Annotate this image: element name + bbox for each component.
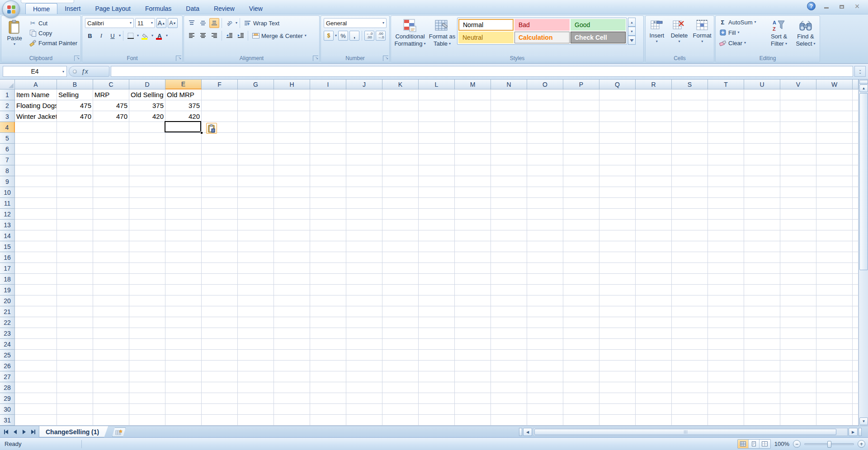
cell-K19[interactable] xyxy=(382,285,419,295)
cell-N22[interactable] xyxy=(491,317,527,328)
cell-D7[interactable] xyxy=(129,155,165,165)
decrease-decimal-button[interactable]: .00→.0 xyxy=(376,31,386,41)
cell-Q28[interactable] xyxy=(599,382,636,393)
cell-D6[interactable] xyxy=(129,144,165,155)
page-break-view-icon[interactable] xyxy=(760,440,770,448)
cell-U10[interactable] xyxy=(744,187,780,198)
cell-O20[interactable] xyxy=(527,295,563,306)
cell-B27[interactable] xyxy=(57,371,93,382)
cell-S5[interactable] xyxy=(672,133,708,144)
cell-Q16[interactable] xyxy=(599,252,636,263)
cell-P8[interactable] xyxy=(563,165,599,176)
cell-N11[interactable] xyxy=(491,198,527,209)
cell-H8[interactable] xyxy=(274,165,310,176)
cell-B15[interactable] xyxy=(57,241,93,252)
grow-font-button[interactable]: A▲ xyxy=(156,18,166,28)
merge-center-button[interactable]: Merge & Center ▾ xyxy=(250,31,308,40)
cell-S8[interactable] xyxy=(672,165,708,176)
cell-V2[interactable] xyxy=(780,100,816,111)
cell-O18[interactable] xyxy=(527,274,563,285)
cell-F30[interactable] xyxy=(202,404,238,415)
cell-partial[interactable] xyxy=(853,155,859,165)
percent-style-button[interactable]: % xyxy=(338,31,348,41)
cell-K12[interactable] xyxy=(382,209,419,220)
column-header-L[interactable]: L xyxy=(419,80,455,89)
cell-H13[interactable] xyxy=(274,220,310,230)
cell-U27[interactable] xyxy=(744,371,780,382)
cell-S23[interactable] xyxy=(672,328,708,339)
cell-O24[interactable] xyxy=(527,339,563,350)
cell-M25[interactable] xyxy=(455,350,491,361)
cell-O11[interactable] xyxy=(527,198,563,209)
cell-B6[interactable] xyxy=(57,144,93,155)
column-header-N[interactable]: N xyxy=(491,80,527,89)
fill-color-button[interactable] xyxy=(140,31,150,41)
cell-partial[interactable] xyxy=(853,176,859,187)
cell-P1[interactable] xyxy=(563,89,599,100)
cell-N28[interactable] xyxy=(491,382,527,393)
cell-D23[interactable] xyxy=(129,328,165,339)
cell-R31[interactable] xyxy=(636,415,672,426)
cell-C7[interactable] xyxy=(93,155,129,165)
cell-H20[interactable] xyxy=(274,295,310,306)
cell-U16[interactable] xyxy=(744,252,780,263)
clear-button[interactable]: Clear ▾ xyxy=(717,38,758,47)
cell-O29[interactable] xyxy=(527,393,563,404)
cell-H5[interactable] xyxy=(274,133,310,144)
cell-N5[interactable] xyxy=(491,133,527,144)
cell-W9[interactable] xyxy=(816,176,853,187)
cell-B1[interactable]: Selling xyxy=(57,89,93,100)
cell-R28[interactable] xyxy=(636,382,672,393)
cell-V29[interactable] xyxy=(780,393,816,404)
bottom-align-button[interactable] xyxy=(209,18,219,28)
cell-Q2[interactable] xyxy=(599,100,636,111)
cell-F13[interactable] xyxy=(202,220,238,230)
zoom-out-icon[interactable]: − xyxy=(793,440,801,448)
cell-K3[interactable] xyxy=(382,111,419,122)
cell-K7[interactable] xyxy=(382,155,419,165)
cell-I17[interactable] xyxy=(310,263,346,274)
cell-D5[interactable] xyxy=(129,133,165,144)
cell-I12[interactable] xyxy=(310,209,346,220)
cell-T14[interactable] xyxy=(708,230,744,241)
cell-G21[interactable] xyxy=(238,306,274,317)
cell-S6[interactable] xyxy=(672,144,708,155)
column-header-D[interactable]: D xyxy=(129,80,165,89)
cell-A19[interactable] xyxy=(15,285,57,295)
increase-indent-button[interactable] xyxy=(236,31,245,41)
cell-U29[interactable] xyxy=(744,393,780,404)
cell-B17[interactable] xyxy=(57,263,93,274)
cell-N26[interactable] xyxy=(491,361,527,371)
cell-partial[interactable] xyxy=(853,393,859,404)
cell-N31[interactable] xyxy=(491,415,527,426)
clear-dropdown-icon[interactable]: ▾ xyxy=(744,41,746,45)
cell-Q14[interactable] xyxy=(599,230,636,241)
row-header-3[interactable]: 3 xyxy=(0,111,15,122)
cell-S9[interactable] xyxy=(672,176,708,187)
cell-K5[interactable] xyxy=(382,133,419,144)
cell-L21[interactable] xyxy=(419,306,455,317)
cell-partial[interactable] xyxy=(853,198,859,209)
cell-V22[interactable] xyxy=(780,317,816,328)
insert-cells-button[interactable]: Insert ▾ xyxy=(646,17,668,54)
cell-T30[interactable] xyxy=(708,404,744,415)
cell-D13[interactable] xyxy=(129,220,165,230)
cell-T10[interactable] xyxy=(708,187,744,198)
cell-V7[interactable] xyxy=(780,155,816,165)
cell-F14[interactable] xyxy=(202,230,238,241)
cell-K21[interactable] xyxy=(382,306,419,317)
horizontal-scroll-track[interactable] xyxy=(533,428,848,436)
cell-P14[interactable] xyxy=(563,230,599,241)
cell-W18[interactable] xyxy=(816,274,853,285)
cell-R9[interactable] xyxy=(636,176,672,187)
cell-M20[interactable] xyxy=(455,295,491,306)
cell-L14[interactable] xyxy=(419,230,455,241)
cell-H26[interactable] xyxy=(274,361,310,371)
cell-Q1[interactable] xyxy=(599,89,636,100)
cell-I24[interactable] xyxy=(310,339,346,350)
cell-V19[interactable] xyxy=(780,285,816,295)
cell-L2[interactable] xyxy=(419,100,455,111)
cell-style-check-cell[interactable]: Check Cell xyxy=(571,32,626,43)
cell-I31[interactable] xyxy=(310,415,346,426)
cell-Q9[interactable] xyxy=(599,176,636,187)
